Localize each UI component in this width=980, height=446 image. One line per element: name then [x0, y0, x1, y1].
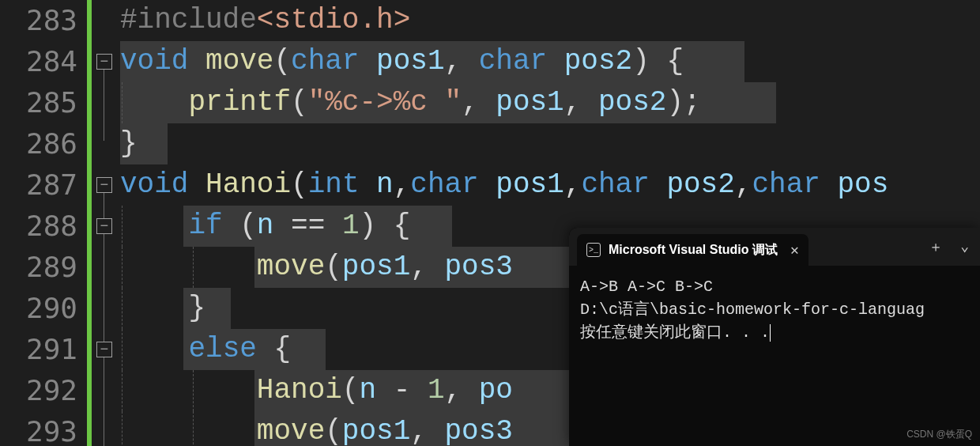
line-number: 293 — [0, 411, 87, 446]
function-token: move — [205, 45, 273, 77]
function-token: Hanoi — [205, 168, 291, 201]
fold-column: − − − − — [92, 0, 120, 446]
function-token: move — [257, 415, 325, 446]
number-token: 1 — [342, 210, 360, 242]
fold-toggle-icon[interactable]: − — [96, 54, 112, 70]
terminal-output-line: 按任意键关闭此窗口. . . — [580, 323, 770, 342]
op-token: == — [291, 210, 325, 242]
line-number: 291 — [0, 329, 87, 370]
fold-toggle-icon[interactable]: − — [96, 177, 112, 193]
chevron-down-icon[interactable]: ⌄ — [960, 237, 969, 256]
function-token: move — [257, 251, 325, 283]
param-token: pos2 — [598, 86, 666, 119]
gutter: 283 284 285 286 287 288 289 290 291 292 … — [0, 0, 120, 446]
param-token: pos1 — [342, 251, 410, 283]
line-number: 285 — [0, 82, 87, 123]
fold-toggle-icon[interactable]: − — [96, 218, 112, 234]
param-token: pos1 — [496, 86, 564, 119]
include-path-token: <stdio.h> — [257, 4, 410, 36]
param-token: pos3 — [445, 251, 513, 283]
tab-actions: ＋ ⌄ — [929, 237, 980, 256]
param-token: pos2 — [564, 45, 632, 77]
param-token: pos1 — [496, 168, 564, 201]
param-token: pos1 — [376, 45, 444, 77]
line-numbers-column: 283 284 285 286 287 288 289 290 291 292 … — [0, 0, 87, 446]
number-token: 1 — [428, 374, 445, 406]
brace-token: } — [188, 292, 205, 324]
brace-token: { — [666, 45, 684, 77]
terminal-output-line: D:\c语言\basic-homework-for-c-languag — [580, 300, 925, 319]
brace-token: { — [394, 210, 411, 242]
param-token: pos — [837, 168, 888, 201]
terminal-tab-title: Microsoft Visual Studio 调试 — [609, 242, 778, 259]
keyword-token: else — [188, 333, 256, 365]
type-token: char — [410, 168, 478, 201]
var-token: n — [257, 210, 274, 242]
code-line[interactable]: printf("%c->%c ", pos1, pos2); — [120, 82, 980, 123]
keyword-token: void — [120, 45, 188, 77]
op-token: - — [394, 374, 411, 406]
code-line[interactable]: } — [120, 123, 980, 164]
line-number: 288 — [0, 206, 87, 247]
function-token: printf — [188, 86, 291, 119]
var-token: n — [359, 374, 376, 406]
brace-token: { — [273, 333, 291, 365]
terminal-tabbar: >_ Microsoft Visual Studio 调试 ✕ ＋ ⌄ — [569, 228, 980, 266]
terminal-output-line: A->B A->C B->C — [580, 278, 713, 296]
watermark: CSDN @铁蛋Q — [906, 428, 972, 441]
line-number: 283 — [0, 0, 87, 41]
type-token: int — [308, 168, 360, 201]
keyword-token: if — [188, 210, 222, 242]
function-token: Hanoi — [257, 374, 342, 406]
terminal-cursor — [770, 324, 771, 342]
line-number: 289 — [0, 247, 87, 288]
terminal-body[interactable]: A->B A->C B->C D:\c语言\basic-homework-for… — [569, 266, 980, 353]
keyword-token: void — [120, 168, 188, 201]
type-token: char — [581, 168, 649, 201]
code-line[interactable]: void Hanoi(int n,char pos1,char pos2,cha… — [120, 164, 980, 206]
param-token: pos1 — [342, 415, 410, 446]
line-number: 286 — [0, 123, 87, 164]
fold-toggle-icon[interactable]: − — [96, 342, 112, 357]
line-number: 292 — [0, 370, 87, 411]
param-token: pos2 — [666, 168, 734, 201]
code-line[interactable]: #include<stdio.h> — [120, 0, 980, 41]
param-token: n — [376, 168, 394, 201]
line-number: 287 — [0, 164, 87, 206]
param-token: pos3 — [445, 415, 513, 446]
type-token: char — [291, 45, 359, 77]
param-token: po — [479, 374, 513, 406]
string-token: "%c->%c " — [308, 86, 462, 119]
type-token: char — [752, 168, 820, 201]
terminal-tab[interactable]: >_ Microsoft Visual Studio 调试 ✕ — [577, 234, 808, 266]
line-number: 290 — [0, 288, 87, 329]
type-token: char — [479, 45, 547, 77]
new-tab-icon[interactable]: ＋ — [929, 237, 943, 256]
brace-token: } — [120, 127, 138, 160]
preprocessor-token: #include — [120, 4, 257, 36]
terminal-icon: >_ — [586, 243, 601, 257]
close-icon[interactable]: ✕ — [790, 241, 799, 259]
fold-guide-line — [104, 70, 104, 141]
code-line[interactable]: void move(char pos1, char pos2) { — [120, 41, 980, 82]
line-number: 284 — [0, 41, 87, 82]
terminal-window: >_ Microsoft Visual Studio 调试 ✕ ＋ ⌄ A->B… — [569, 228, 980, 446]
